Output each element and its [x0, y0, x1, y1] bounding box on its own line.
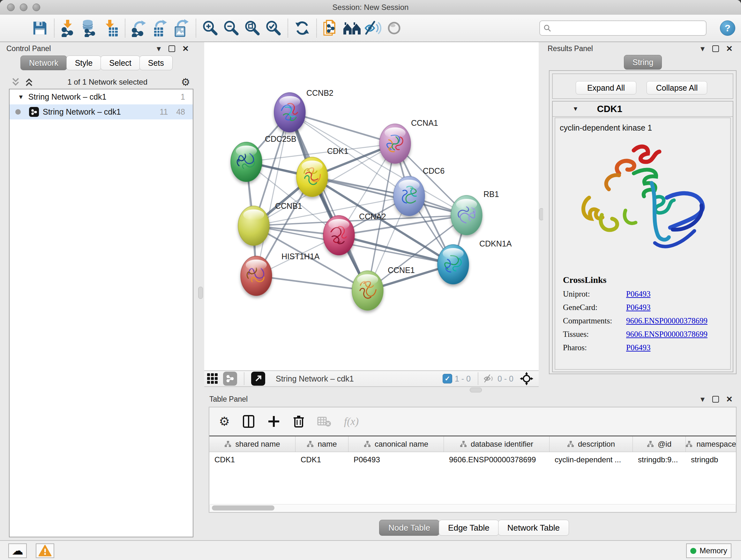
network-node-cdkn1a[interactable] [437, 245, 469, 284]
panel-float-icon[interactable] [712, 45, 719, 52]
network-node-ccna2[interactable] [323, 215, 354, 255]
tab-sets[interactable]: Sets [139, 56, 173, 70]
search-input[interactable] [554, 23, 703, 33]
panel-float-icon[interactable] [169, 45, 175, 52]
network-node-ccnb1[interactable] [238, 206, 269, 246]
expander-triangle-icon[interactable]: ▼ [18, 94, 24, 101]
table-row[interactable]: CDK1 CDK1 P06493 9606.ENSP00000378699 cy… [209, 452, 736, 467]
open-in-browser-button[interactable] [249, 371, 267, 386]
network-share-icon [29, 107, 39, 117]
cdk1-details: cyclin-dependent kinase 1 [555, 118, 731, 370]
show-columns-icon[interactable] [243, 415, 255, 428]
tab-network[interactable]: Network [20, 56, 67, 70]
column-header-canonical-name[interactable]: canonical name [348, 436, 444, 452]
import-network-from-database-button[interactable] [79, 17, 100, 39]
network-overview-toggle-button[interactable] [221, 371, 239, 386]
collapse-all-icon[interactable] [24, 77, 34, 87]
column-header-name[interactable]: name [295, 436, 348, 452]
network-collection-row[interactable]: ▼ String Network – cdk1 1 [10, 89, 193, 105]
apply-layout-button[interactable] [292, 17, 313, 39]
network-options-gear-icon[interactable]: ⚙ [181, 77, 190, 87]
import-table-button[interactable] [100, 17, 121, 39]
function-builder-icon-disabled: f(x) [344, 416, 359, 428]
save-session-button[interactable] [30, 17, 50, 39]
memory-button[interactable]: Memory [686, 543, 731, 558]
results-panel-title: Results Panel [548, 44, 593, 53]
expand-all-icon[interactable] [11, 77, 20, 87]
left-splitter-handle[interactable] [198, 287, 203, 299]
zoom-selected-button[interactable] [263, 17, 284, 39]
zoom-out-button[interactable] [221, 17, 242, 39]
toolbar-separator [316, 19, 317, 37]
network-edge-ccnb2-ccna1[interactable] [290, 112, 395, 144]
enhanced-labels-hide-button[interactable] [363, 17, 383, 39]
column-header-namespace[interactable]: namespace [686, 436, 736, 452]
network-edge-ccna2-cdkn1a[interactable] [339, 235, 453, 264]
show-glass-ball-button[interactable] [384, 17, 404, 39]
zoom-fit-button[interactable] [242, 17, 263, 39]
horizontal-splitter-handle[interactable] [470, 388, 482, 392]
tab-network-table[interactable]: Network Table [498, 520, 569, 536]
fit-selected-button[interactable] [516, 371, 537, 386]
panel-float-icon[interactable] [712, 396, 719, 402]
expand-all-button[interactable]: Expand All [576, 81, 636, 95]
expander-triangle-icon[interactable]: ▼ [572, 105, 579, 112]
network-canvas[interactable]: CCNB2CCNA1CDC25BCDK1CDC6RB1CCNB1CCNA2CDK… [204, 42, 539, 370]
table-options-gear-icon[interactable]: ⚙ [219, 415, 230, 428]
delete-column-icon[interactable] [293, 415, 305, 428]
network-edge-hist1h1a-ccne1[interactable] [256, 276, 367, 291]
cloud-tasks-button[interactable]: ☁ [8, 543, 27, 558]
tab-edge-table[interactable]: Edge Table [439, 520, 499, 536]
network-node-hist1h1a[interactable] [241, 256, 272, 296]
tab-string[interactable]: String [624, 55, 662, 70]
open-session-button[interactable] [9, 17, 29, 39]
tab-style[interactable]: Style [66, 56, 102, 70]
tissues-link[interactable]: 9606.ENSP00000378699 [626, 330, 708, 339]
network-node-ccnb2[interactable] [274, 92, 306, 132]
genecard-link[interactable]: P06493 [626, 303, 650, 312]
zoom-in-button[interactable] [200, 17, 220, 39]
panel-menu-icon[interactable]: ▾ [700, 395, 704, 403]
warnings-button[interactable] [36, 543, 54, 558]
panel-close-icon[interactable]: ✕ [726, 45, 733, 53]
collection-count: 1 [181, 92, 185, 102]
column-header-description[interactable]: description [549, 436, 633, 452]
network-node-rb1[interactable] [451, 195, 482, 235]
network-node-cdc6[interactable] [394, 176, 425, 216]
string-home-button[interactable] [342, 17, 362, 39]
node-label-hist1h1a: HIST1H1A [281, 252, 320, 261]
network-node-ccne1[interactable] [352, 271, 383, 310]
column-header-id[interactable]: @id [633, 436, 686, 452]
panel-menu-icon[interactable]: ▾ [700, 44, 704, 53]
table-horizontal-scrollbar[interactable] [210, 504, 735, 511]
crosslink-row: Compartments: 9606.ENSP00000378699 [563, 316, 730, 325]
uniprot-link[interactable]: P06493 [626, 290, 650, 299]
export-image-button[interactable] [172, 17, 192, 39]
network-node-ccna1[interactable] [380, 124, 411, 164]
panel-menu-icon[interactable]: ▾ [157, 44, 161, 53]
table-toolbar: ⚙ [209, 408, 736, 435]
network-node-cdc25b[interactable] [231, 142, 262, 182]
panel-close-icon[interactable]: ✕ [182, 45, 189, 53]
export-table-button[interactable] [150, 17, 171, 39]
memory-label: Memory [699, 546, 727, 555]
tab-node-table[interactable]: Node Table [379, 520, 440, 536]
export-network-button[interactable] [129, 17, 150, 39]
collapse-all-button[interactable]: Collapse All [647, 81, 707, 95]
network-node-cdk1[interactable] [296, 157, 328, 197]
compartments-link[interactable]: 9606.ENSP00000378699 [626, 316, 708, 325]
column-header-database-identifier[interactable]: database identifier [444, 436, 549, 452]
selected-items-checkbox-icon[interactable]: ✓ [443, 374, 452, 383]
import-string-network-button[interactable] [321, 17, 341, 39]
tab-select[interactable]: Select [100, 56, 140, 70]
add-column-icon[interactable] [267, 415, 280, 428]
cdk1-section-header[interactable]: ▼ CDK1 [553, 102, 733, 117]
scrollbar-thumb[interactable] [212, 505, 274, 510]
help-button[interactable]: ? [720, 20, 735, 36]
import-network-button[interactable] [58, 17, 79, 39]
panel-close-icon[interactable]: ✕ [726, 395, 733, 403]
network-row-selected[interactable]: String Network – cdk1 11 48 [10, 105, 193, 119]
birds-eye-view-button[interactable] [205, 371, 220, 386]
column-header-shared-name[interactable]: shared name [209, 436, 295, 452]
pharos-link[interactable]: P06493 [626, 343, 650, 352]
